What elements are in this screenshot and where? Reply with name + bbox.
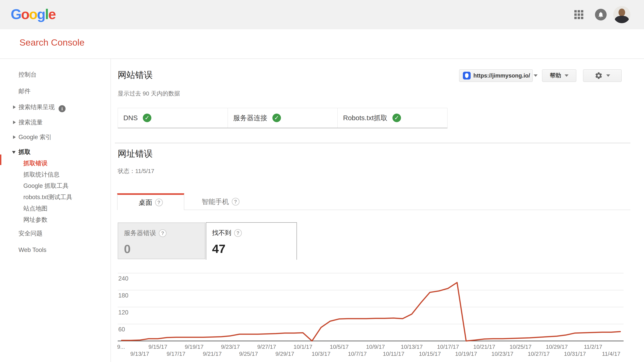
site-errors-status-table: DNS✓服务器连接✓Robots.txt抓取✓	[118, 108, 448, 128]
bell-icon	[598, 11, 604, 18]
logo-letter: G	[11, 7, 21, 22]
x-tick-10/9/17: 10/9/17	[366, 344, 385, 350]
url-errors-title: 网址错误	[118, 149, 153, 159]
site-errors-subtitle: 显示过去 90 天内的数据	[118, 90, 180, 98]
help-circle-icon[interactable]: ?	[159, 229, 166, 237]
x-tick-10/29/17: 10/29/17	[546, 344, 568, 350]
help-circle-icon[interactable]: ?	[155, 199, 163, 206]
x-tick-10/5/17: 10/5/17	[330, 344, 349, 350]
x-tick-9...: 9...	[117, 344, 125, 350]
tab-smartphone-label: 智能手机	[202, 197, 229, 206]
check-circle-icon: ✓	[143, 114, 151, 122]
x-tick-9/21/17: 9/21/17	[203, 351, 222, 357]
x-tick-10/1/17: 10/1/17	[294, 344, 312, 350]
y-axis-label-60: 60	[118, 326, 125, 333]
x-tick-10/25/17: 10/25/17	[510, 344, 532, 350]
x-tick-9/23/17: 9/23/17	[221, 344, 240, 350]
help-circle-icon[interactable]: ?	[234, 229, 242, 237]
status-cell-label: 服务器连接	[233, 113, 267, 123]
logo-letter: e	[48, 7, 56, 22]
server-errors-card[interactable]: 服务器错误 ? 0	[118, 223, 205, 259]
help-circle-icon[interactable]: ?	[232, 198, 240, 206]
google-logo[interactable]: Google	[11, 7, 56, 22]
tab-desktop[interactable]: 桌面 ?	[117, 193, 184, 210]
check-circle-icon: ✓	[272, 114, 281, 122]
x-tick-10/19/17: 10/19/17	[455, 351, 477, 357]
x-tick-10/27/17: 10/27/17	[528, 351, 550, 357]
app-header: Search Console https://jimmysong.io/ 帮助	[0, 29, 644, 59]
x-tick-10/15/17: 10/15/17	[419, 351, 441, 357]
google-top-bar: Google	[0, 0, 644, 30]
status-cell--[interactable]: 服务器连接✓	[228, 108, 338, 128]
not-found-card[interactable]: 找不到 ? 47	[206, 222, 297, 260]
x-tick-10/21/17: 10/21/17	[473, 344, 495, 350]
y-axis-label-120: 120	[118, 309, 128, 316]
status-cell-label: Robots.txt抓取	[343, 113, 387, 123]
x-tick-9/15/17: 9/15/17	[148, 344, 167, 350]
x-tick-10/31/17: 10/31/17	[564, 351, 586, 357]
x-tick-9/27/17: 9/27/17	[257, 344, 276, 350]
logo-letter: g	[37, 7, 45, 22]
x-tick-11/4/17: 11/4/17	[602, 351, 620, 357]
x-tick-10/17/17: 10/17/17	[437, 344, 459, 350]
notifications-button[interactable]	[595, 9, 607, 21]
x-tick-9/19/17: 9/19/17	[185, 344, 204, 350]
tab-smartphone[interactable]: 智能手机 ?	[184, 193, 257, 210]
status-cell-label: DNS	[123, 114, 138, 122]
logo-letter: o	[29, 7, 37, 22]
x-tick-9/25/17: 9/25/17	[239, 351, 258, 357]
x-tick-9/17/17: 9/17/17	[166, 351, 186, 357]
crawl-errors-chart: 601201802409...9/15/179/19/179/23/179/27…	[115, 271, 634, 361]
x-tick-10/11/17: 10/11/17	[383, 351, 404, 357]
y-axis-label-240: 240	[118, 275, 128, 282]
status-cell-robots-txt-[interactable]: Robots.txt抓取✓	[338, 108, 447, 128]
x-tick-10/7/17: 10/7/17	[348, 351, 367, 357]
crawl-errors-line-chart: 601201802409...9/15/179/19/179/23/179/27…	[115, 271, 634, 361]
logo-letter: l	[45, 7, 48, 22]
not-found-label: 找不到	[212, 229, 231, 237]
apps-grid-icon[interactable]	[574, 10, 583, 19]
x-tick-9/13/17: 9/13/17	[130, 351, 149, 357]
status-cell-dns[interactable]: DNS✓	[118, 108, 228, 128]
x-tick-10/23/17: 10/23/17	[492, 351, 514, 357]
server-errors-label: 服务器错误	[124, 229, 156, 238]
account-avatar[interactable]	[613, 6, 630, 23]
section-divider	[115, 142, 630, 144]
site-errors-title: 网站错误	[118, 70, 153, 80]
server-errors-count: 0	[124, 242, 130, 256]
url-errors-status: 状态：11/5/17	[118, 167, 154, 175]
errors-series-line	[122, 282, 620, 341]
x-tick-9/29/17: 9/29/17	[275, 351, 294, 357]
not-found-count: 47	[212, 242, 226, 256]
logo-letter: o	[21, 7, 29, 22]
x-tick-11/2/17: 11/2/17	[584, 344, 602, 350]
y-axis-label-180: 180	[118, 292, 128, 299]
tab-desktop-label: 桌面	[139, 198, 152, 207]
x-tick-10/13/17: 10/13/17	[401, 344, 423, 350]
main-content: 网站错误 显示过去 90 天内的数据 DNS✓服务器连接✓Robots.txt抓…	[0, 59, 644, 362]
page-title: Search Console	[20, 37, 84, 48]
check-circle-icon: ✓	[392, 114, 401, 122]
x-tick-10/3/17: 10/3/17	[312, 351, 330, 357]
